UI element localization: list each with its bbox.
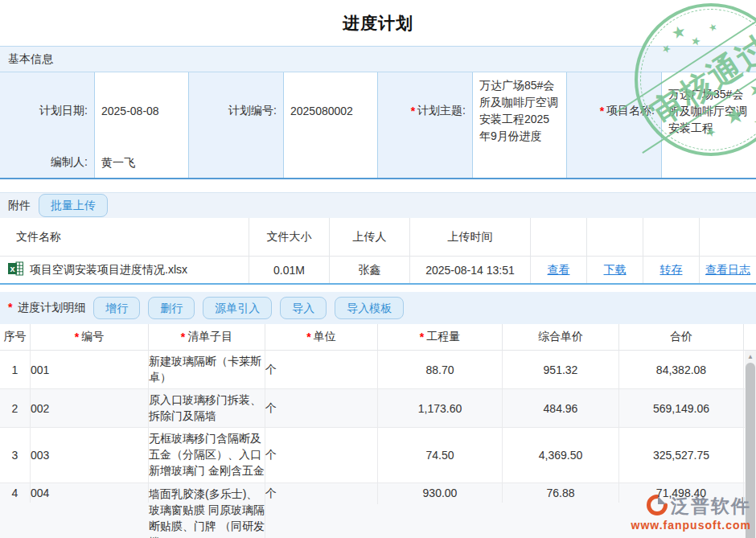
- col-action-4: [700, 218, 756, 257]
- cell-total: 71,498.40: [619, 483, 744, 503]
- download-link[interactable]: 下载: [604, 263, 627, 277]
- page-title: 进度计划: [343, 12, 413, 35]
- view-log-link[interactable]: 查看日志: [705, 263, 750, 277]
- col-code: * 编号: [31, 324, 149, 350]
- empty-label-cell: [567, 147, 662, 178]
- plan-number-label: 计划编号:: [189, 72, 284, 150]
- col-no: 序号: [0, 324, 31, 350]
- attachments-table-header: 文件名称 文件大小 上传人 上传时间: [0, 218, 756, 257]
- cell-total: 325,527.75: [619, 428, 744, 483]
- col-file-size: 文件大小: [249, 218, 330, 257]
- cell-no: 1: [0, 351, 31, 389]
- col-total: 合价: [619, 324, 744, 350]
- plan-date-value[interactable]: 2025-08-08: [95, 72, 189, 150]
- cell-code[interactable]: 004: [31, 483, 149, 503]
- source-import-button[interactable]: 源单引入: [203, 297, 272, 319]
- basic-info-row-1: 计划日期: 2025-08-08 计划编号: 2025080002 * 计划主题…: [0, 72, 756, 147]
- cell-unit-price[interactable]: 4,369.50: [503, 428, 619, 483]
- empty-label-cell: [189, 147, 284, 178]
- basic-info-row-2: 编制人: 黄一飞: [0, 147, 756, 179]
- page-header: 进度计划: [0, 0, 756, 46]
- col-unit-price: 综合单价: [503, 324, 619, 350]
- cell-unit-price[interactable]: 76.88: [503, 483, 619, 503]
- detail-table-header: 序号 * 编号 * 清单子目 * 单位 * 工程量 综合单价 合价: [0, 324, 756, 351]
- import-template-button[interactable]: 导入模板: [335, 297, 404, 319]
- col-file-name: 文件名称: [0, 218, 249, 257]
- view-link[interactable]: 查看: [548, 263, 570, 277]
- transfer-link[interactable]: 转存: [660, 263, 683, 277]
- attachments-title: 附件: [8, 199, 31, 213]
- basic-info-section-bar: 基本信息: [0, 46, 756, 72]
- cell-code[interactable]: 002: [31, 389, 149, 428]
- excel-file-icon: x: [8, 261, 23, 278]
- cell-code[interactable]: 001: [31, 351, 149, 389]
- attachments-section-bar: 附件 批量上传: [0, 192, 756, 218]
- project-name-label: * 项目名称:: [567, 72, 662, 150]
- cell-quantity[interactable]: 88.70: [378, 351, 503, 389]
- detail-section-bar: * 进度计划明细 增行 删行 源单引入 导入 导入模板: [0, 292, 756, 324]
- table-row: 2 002 原入口玻璃移门拆装、拆除门及隔墙 个 1,173.60 484.96…: [0, 389, 756, 428]
- col-action-1: [531, 218, 587, 257]
- col-quantity: * 工程量: [378, 324, 503, 350]
- cell-unit[interactable]: 个: [265, 428, 378, 483]
- file-name[interactable]: 项目空调安装项目进度情况.xlsx: [30, 263, 187, 277]
- cell-unit[interactable]: 个: [265, 389, 378, 428]
- cell-item[interactable]: 原入口玻璃移门拆装、拆除门及隔墙: [149, 389, 265, 428]
- header-scroll-spacer: [744, 324, 756, 350]
- cell-total: 569,149.06: [619, 389, 744, 428]
- cell-total: 84,382.08: [619, 351, 744, 389]
- cell-no: 4: [0, 483, 31, 503]
- cell-quantity[interactable]: 930.00: [378, 483, 503, 503]
- file-upload-time: 2025-08-14 13:51: [410, 257, 531, 283]
- col-unit: * 单位: [265, 324, 378, 350]
- col-uploader: 上传人: [330, 218, 410, 257]
- empty-value-cell: [473, 147, 567, 178]
- cell-unit[interactable]: 个: [265, 351, 378, 389]
- plan-subject-label: * 计划主题:: [378, 72, 473, 150]
- brand-url[interactable]: www.fanpusoft.com: [631, 519, 751, 532]
- cell-quantity[interactable]: 1,173.60: [378, 389, 503, 428]
- required-marker: *: [600, 105, 604, 117]
- project-name-value[interactable]: 万达广场35#会所及咖啡厅空调安装工程: [662, 72, 756, 150]
- import-button[interactable]: 导入: [280, 297, 327, 319]
- file-uploader: 张鑫: [330, 257, 410, 283]
- detail-title: * 进度计划明细: [8, 301, 85, 315]
- empty-value-cell: [284, 147, 378, 178]
- creator-value[interactable]: 黄一飞: [95, 147, 189, 178]
- col-upload-time: 上传时间: [410, 218, 531, 257]
- cell-item[interactable]: 新建玻璃隔断（卡莱斯卓）: [149, 351, 265, 389]
- cell-item[interactable]: 无框玻璃移门含隔断及五金（分隔区）、入口新增玻璃门 金刚含五金: [149, 428, 265, 483]
- cell-code[interactable]: 003: [31, 428, 149, 483]
- cell-quantity[interactable]: 74.50: [378, 428, 503, 483]
- basic-info-title: 基本信息: [8, 52, 53, 67]
- empty-label-cell: [378, 147, 473, 178]
- cell-unit-price[interactable]: 484.96: [503, 389, 619, 428]
- cell-unit[interactable]: 个: [265, 483, 378, 504]
- scroll-up-arrow-icon[interactable]: ▲: [745, 351, 756, 363]
- delete-row-button[interactable]: 删行: [148, 297, 195, 319]
- add-row-button[interactable]: 增行: [93, 297, 140, 319]
- cell-no: 3: [0, 428, 31, 483]
- plan-number-value[interactable]: 2025080002: [284, 72, 378, 150]
- col-action-2: [587, 218, 643, 257]
- cell-item[interactable]: 墙面乳胶漆(多乐士)、玻璃窗贴膜 同原玻璃隔断贴膜、门牌 （同研发楼）: [149, 483, 265, 538]
- plan-date-label: 计划日期:: [0, 72, 95, 150]
- cell-no: 2: [0, 389, 31, 428]
- plan-subject-value[interactable]: 万达广场85#会所及咖啡厅空调安装工程2025年9月份进度: [473, 72, 567, 150]
- empty-value-cell: [662, 147, 756, 178]
- file-size: 0.01M: [249, 257, 330, 283]
- creator-label: 编制人:: [0, 147, 95, 178]
- table-row: 1 001 新建玻璃隔断（卡莱斯卓） 个 88.70 951.32 84,382…: [0, 351, 756, 389]
- attachment-row: x 项目空调安装项目进度情况.xlsx 0.01M 张鑫 2025-08-14 …: [0, 257, 756, 285]
- table-row: 3 003 无框玻璃移门含隔断及五金（分隔区）、入口新增玻璃门 金刚含五金 个 …: [0, 428, 756, 483]
- required-marker: *: [411, 105, 415, 117]
- cell-unit-price[interactable]: 951.32: [503, 351, 619, 389]
- batch-upload-button[interactable]: 批量上传: [39, 194, 108, 216]
- svg-text:x: x: [10, 264, 15, 273]
- col-item: * 清单子目: [149, 324, 265, 350]
- col-action-3: [643, 218, 700, 257]
- required-marker: *: [8, 301, 12, 314]
